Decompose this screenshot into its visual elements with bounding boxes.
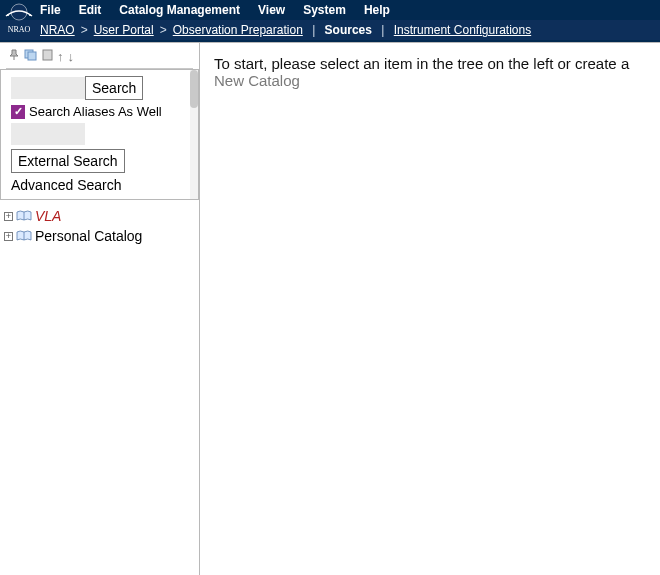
alias-label: Search Aliases As Well — [29, 104, 162, 119]
content-pane: To start, please select an item in the t… — [200, 43, 660, 575]
expand-icon[interactable]: + — [4, 212, 13, 221]
menu-catalog-management[interactable]: Catalog Management — [119, 3, 240, 17]
arrow-up-icon[interactable]: ↑ — [57, 50, 64, 63]
menu-edit[interactable]: Edit — [79, 3, 102, 17]
search-scrollbar[interactable] — [190, 70, 198, 199]
breadcrumb-nrao[interactable]: NRAO — [40, 23, 75, 37]
breadcrumb-sep: > — [81, 23, 88, 37]
expand-icon[interactable]: + — [4, 232, 13, 241]
external-search-button[interactable]: External Search — [11, 149, 125, 173]
page-icon[interactable] — [42, 49, 53, 63]
external-search-input[interactable] — [11, 123, 85, 145]
main: ↑ ↓ Search ✓ Search Aliases As Well Exte… — [0, 42, 660, 575]
svg-point-2 — [29, 14, 31, 16]
menu-help[interactable]: Help — [364, 3, 390, 17]
breadcrumb-sep: > — [160, 23, 167, 37]
copy-icon[interactable] — [24, 49, 38, 63]
svg-text:NRAO: NRAO — [8, 25, 31, 34]
menubar: File Edit Catalog Management View System… — [0, 0, 660, 20]
svg-point-1 — [7, 14, 9, 16]
tree-item-vla[interactable]: + VLA — [4, 206, 195, 226]
breadcrumb-user-portal[interactable]: User Portal — [94, 23, 154, 37]
book-icon — [16, 230, 32, 242]
tree-label: VLA — [35, 208, 61, 224]
search-input[interactable] — [11, 77, 85, 99]
tree-item-personal-catalog[interactable]: + Personal Catalog — [4, 226, 195, 246]
toolbar: ↑ ↓ — [0, 43, 199, 69]
alias-checkbox[interactable]: ✓ — [11, 105, 25, 119]
search-panel: Search ✓ Search Aliases As Well External… — [0, 69, 199, 200]
svg-rect-6 — [43, 50, 52, 60]
breadcrumb-sep: | — [378, 23, 388, 37]
tree-label: Personal Catalog — [35, 228, 142, 244]
menu-view[interactable]: View — [258, 3, 285, 17]
search-button[interactable]: Search — [85, 76, 143, 100]
nrao-logo: NRAO — [2, 2, 36, 36]
catalog-tree: + VLA + Personal Catalog — [0, 200, 199, 252]
breadcrumb-sources: Sources — [325, 23, 372, 37]
svg-rect-5 — [28, 52, 36, 60]
left-pane: ↑ ↓ Search ✓ Search Aliases As Well Exte… — [0, 43, 200, 575]
arrow-down-icon[interactable]: ↓ — [68, 50, 75, 63]
new-catalog-link[interactable]: New Catalog — [214, 72, 300, 89]
book-icon — [16, 210, 32, 222]
advanced-search-link[interactable]: Advanced Search — [11, 177, 192, 193]
breadcrumb-sep: | — [309, 23, 319, 37]
breadcrumb-observation-preparation[interactable]: Observation Preparation — [173, 23, 303, 37]
menu-file[interactable]: File — [40, 3, 61, 17]
breadcrumb: NRAO > User Portal > Observation Prepara… — [0, 20, 660, 42]
header: NRAO File Edit Catalog Management View S… — [0, 0, 660, 42]
prompt-text: To start, please select an item in the t… — [214, 55, 629, 72]
breadcrumb-instrument-configurations[interactable]: Instrument Configurations — [394, 23, 531, 37]
search-scrollbar-thumb[interactable] — [190, 70, 198, 108]
menu-system[interactable]: System — [303, 3, 346, 17]
pin-icon[interactable] — [8, 49, 20, 63]
